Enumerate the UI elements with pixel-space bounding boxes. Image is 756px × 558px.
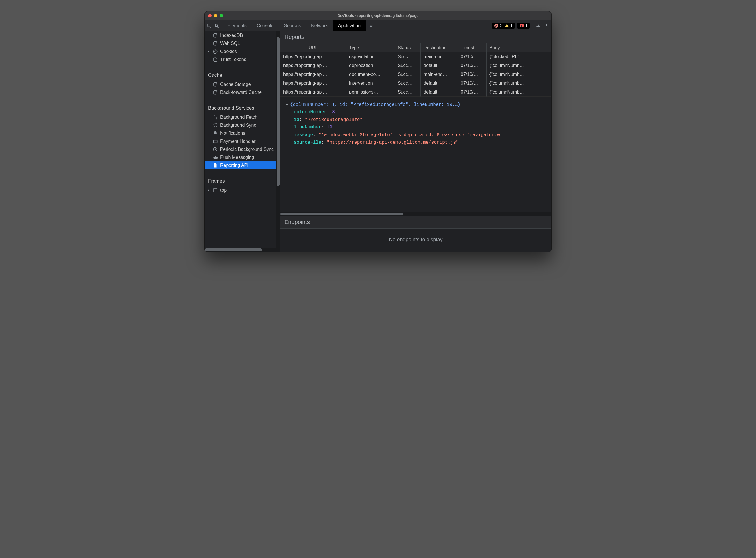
application-sidebar: IndexedDBWeb SQLCookiesTrust Tokens Cach…	[205, 31, 276, 252]
reports-cell[interactable]: 07/10/…	[458, 88, 487, 97]
reports-cell[interactable]: {"columnNumb…	[487, 61, 551, 70]
expand-triangle-icon[interactable]	[208, 50, 209, 53]
detail-summary[interactable]: {columnNumber: 8, id: "PrefixedStorageIn…	[286, 101, 549, 108]
scrollbar-thumb[interactable]	[205, 248, 262, 251]
reports-col-3[interactable]: Destination	[421, 44, 458, 52]
minimize-window-button[interactable]	[214, 14, 217, 18]
reports-cell[interactable]: main-end…	[421, 52, 458, 61]
sidebar-item-background-fetch[interactable]: Background Fetch	[205, 113, 276, 121]
sidebar-item-trust-tokens[interactable]: Trust Tokens	[205, 55, 276, 64]
reports-cell[interactable]: main-end…	[421, 70, 458, 79]
reports-cell[interactable]: {"columnNumb…	[487, 88, 551, 97]
console-counters[interactable]: 2 1	[492, 23, 515, 29]
svg-point-14	[213, 50, 217, 53]
collapse-triangle-icon[interactable]	[286, 104, 288, 106]
issue-counter[interactable]: 1	[517, 23, 530, 29]
sidebar-item-cookies[interactable]: Cookies	[205, 48, 276, 55]
reports-cell[interactable]: document-po…	[346, 70, 395, 79]
tab-sources[interactable]: Sources	[278, 20, 306, 31]
sidebar-item-indexeddb[interactable]: IndexedDB	[205, 31, 276, 40]
reports-cell[interactable]: https://reporting-api…	[281, 70, 346, 79]
sidebar-item-back-forward-cache[interactable]: Back-forward Cache	[205, 88, 276, 96]
svg-rect-8	[521, 26, 522, 27]
warning-counter[interactable]: 1	[505, 23, 513, 28]
sidebar-item-label: Back-forward Cache	[220, 90, 262, 95]
reports-cell[interactable]: Succ…	[395, 79, 421, 88]
zoom-window-button[interactable]	[220, 14, 223, 18]
sidebar-vscrollbar[interactable]	[276, 31, 281, 252]
reports-cell[interactable]: default	[421, 61, 458, 70]
sidebar-item-payment-handler[interactable]: Payment Handler	[205, 137, 276, 145]
sidebar-item-top[interactable]: top	[205, 186, 276, 194]
sidebar-item-periodic-background-sync[interactable]: Periodic Background Sync	[205, 145, 276, 153]
reports-cell[interactable]: Succ…	[395, 61, 421, 70]
reports-cell[interactable]: 07/10/…	[458, 61, 487, 70]
reports-cell[interactable]: 07/10/…	[458, 79, 487, 88]
sidebar-item-label: Background Fetch	[220, 115, 258, 120]
detail-prop-sourceFile[interactable]: sourceFile: "https://reporting-api-demo.…	[286, 139, 549, 146]
scrollbar-thumb[interactable]	[281, 212, 404, 215]
reports-cell[interactable]: 07/10/…	[458, 52, 487, 61]
reports-cell[interactable]: https://reporting-api…	[281, 79, 346, 88]
reports-col-4[interactable]: Timest…	[458, 44, 487, 52]
device-toolbar-icon[interactable]	[215, 23, 220, 28]
detail-prop-id[interactable]: id: "PrefixedStorageInfo"	[286, 116, 549, 124]
gear-icon[interactable]	[535, 23, 541, 29]
reports-cell[interactable]: Succ…	[395, 70, 421, 79]
sidebar-item-label: Cache Storage	[220, 82, 251, 87]
reports-cell[interactable]: Succ…	[395, 52, 421, 61]
report-detail[interactable]: {columnNumber: 8, id: "PrefixedStorageIn…	[281, 97, 551, 212]
detail-prop-message[interactable]: message: "'window.webkitStorageInfo' is …	[286, 131, 549, 139]
endpoints-header: Endpoints	[281, 216, 551, 228]
reports-cell[interactable]: default	[421, 88, 458, 97]
sidebar-item-label: Payment Handler	[220, 139, 256, 144]
reports-cell[interactable]: deprecation	[346, 61, 395, 70]
content-hscrollbar[interactable]	[281, 212, 551, 216]
close-window-button[interactable]	[208, 14, 212, 18]
sidebar-item-reporting-api[interactable]: Reporting API	[205, 161, 276, 170]
detail-prop-columnNumber[interactable]: columnNumber: 8	[286, 108, 549, 116]
reports-cell[interactable]: intervention	[346, 79, 395, 88]
detail-prop-lineNumber[interactable]: lineNumber: 19	[286, 124, 549, 131]
sidebar-item-cache-storage[interactable]: Cache Storage	[205, 80, 276, 88]
reports-cell[interactable]: 07/10/…	[458, 70, 487, 79]
sidebar-hscrollbar[interactable]	[205, 248, 276, 252]
reports-cell[interactable]: https://reporting-api…	[281, 52, 346, 61]
svg-point-13	[214, 42, 217, 43]
sidebar-separator	[205, 172, 276, 172]
reports-cell[interactable]: https://reporting-api…	[281, 88, 346, 97]
reports-cell[interactable]: Succ…	[395, 88, 421, 97]
sidebar-item-background-sync[interactable]: Background Sync	[205, 121, 276, 129]
inspect-element-icon[interactable]	[207, 23, 212, 28]
reports-col-5[interactable]: Body	[487, 44, 551, 52]
error-icon	[494, 23, 498, 28]
sidebar-item-push-messaging[interactable]: Push Messaging	[205, 153, 276, 161]
reports-cell[interactable]: {"columnNumb…	[487, 79, 551, 88]
sidebar-item-notifications[interactable]: Notifications	[205, 129, 276, 137]
kebab-menu-icon[interactable]	[543, 23, 550, 29]
sidebar-item-label: Notifications	[220, 131, 245, 136]
svg-rect-2	[218, 25, 219, 27]
reports-cell[interactable]: {"columnNumb…	[487, 70, 551, 79]
reports-col-1[interactable]: Type	[346, 44, 395, 52]
card-icon	[213, 139, 218, 144]
svg-rect-5	[507, 27, 507, 27]
sidebar-group-label: Frames	[205, 174, 276, 186]
tab-application[interactable]: Application	[333, 20, 366, 31]
tab-console[interactable]: Console	[252, 20, 279, 31]
error-counter[interactable]: 2	[494, 23, 502, 28]
reports-col-0[interactable]: URL	[281, 44, 346, 52]
reports-col-2[interactable]: Status	[395, 44, 421, 52]
sidebar-item-web-sql[interactable]: Web SQL	[205, 40, 276, 48]
expand-triangle-icon[interactable]	[208, 189, 209, 192]
reports-cell[interactable]: {"blockedURL":…	[487, 52, 551, 61]
tab-elements[interactable]: Elements	[222, 20, 252, 31]
reports-cell[interactable]: https://reporting-api…	[281, 61, 346, 70]
svg-point-15	[215, 51, 215, 51]
scrollbar-thumb[interactable]	[277, 37, 280, 186]
more-tabs-button[interactable]: »	[366, 20, 376, 31]
reports-cell[interactable]: permissions-…	[346, 88, 395, 97]
reports-cell[interactable]: default	[421, 79, 458, 88]
reports-cell[interactable]: csp-violation	[346, 52, 395, 61]
tab-network[interactable]: Network	[306, 20, 333, 31]
